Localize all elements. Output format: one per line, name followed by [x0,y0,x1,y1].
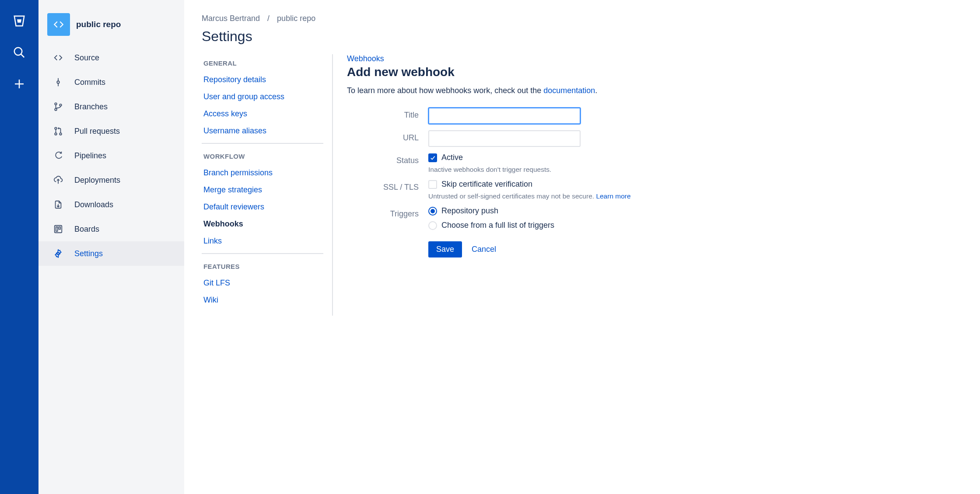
create-icon[interactable] [11,76,27,92]
svg-point-10 [55,127,57,129]
settings-nav: General Repository details User and grou… [202,54,333,316]
radio-repo-push-label: Repository push [441,206,498,216]
sn-merge-strategies[interactable]: Merge strategies [202,181,323,198]
label-triggers: Triggers [347,206,428,219]
radio-repo-push[interactable]: Repository push [428,206,692,216]
status-help: Inactive webhooks don't trigger requests… [428,166,692,174]
save-button[interactable]: Save [428,241,462,257]
sn-username-aliases[interactable]: Username aliases [202,122,323,139]
svg-point-9 [60,104,62,106]
nav-settings[interactable]: Settings [38,241,184,266]
global-rail [0,0,38,494]
input-title[interactable] [428,108,581,124]
radio-full-list[interactable]: Choose from a full list of triggers [428,221,692,230]
sn-user-group-access[interactable]: User and group access [202,88,323,105]
sn-webhooks[interactable]: Webhooks [202,216,323,233]
sn-access-keys[interactable]: Access keys [202,105,323,122]
repo-sidebar: public repo Source Commits Branches Pull… [38,0,184,494]
nav-label: Boards [74,225,99,234]
nav-pipelines[interactable]: Pipelines [38,143,184,168]
sn-default-reviewers[interactable]: Default reviewers [202,198,323,216]
nav-deployments[interactable]: Deployments [38,168,184,192]
label-ssl: SSL / TLS [347,180,428,192]
nav-downloads[interactable]: Downloads [38,192,184,217]
nav-label: Commits [74,78,105,87]
input-url[interactable] [428,130,581,147]
nav-label: Pull requests [74,127,120,136]
svg-point-12 [60,133,62,135]
nav-label: Pipelines [74,151,106,160]
breadcrumb-sep: / [267,14,270,23]
sn-branch-permissions[interactable]: Branch permissions [202,164,323,181]
label-url: URL [347,130,428,143]
svg-rect-16 [56,227,58,231]
svg-point-11 [55,133,57,135]
form-crumb-webhooks[interactable]: Webhooks [347,54,384,63]
ssl-help: Untrusted or self-signed certificates ma… [428,192,692,200]
checkbox-active[interactable] [428,153,437,162]
nav-pull-requests[interactable]: Pull requests [38,119,184,143]
code-icon [47,13,70,36]
svg-point-4 [57,81,60,83]
radio-icon [428,221,437,230]
svg-point-0 [14,48,22,56]
repo-nav: Source Commits Branches Pull requests Pi… [38,45,184,266]
search-icon[interactable] [11,45,27,60]
checkbox-active-label: Active [441,153,463,162]
nav-branches[interactable]: Branches [38,94,184,119]
sn-repository-details[interactable]: Repository details [202,71,323,88]
radio-full-list-label: Choose from a full list of triggers [441,221,554,230]
sn-head-workflow: Workflow [202,147,323,164]
nav-label: Deployments [74,176,120,185]
checkbox-skip-ssl[interactable] [428,180,437,189]
nav-source[interactable]: Source [38,45,184,70]
nav-boards[interactable]: Boards [38,217,184,241]
cancel-button[interactable]: Cancel [472,245,496,254]
checkbox-skip-ssl-label: Skip certificate verification [441,180,532,189]
sn-head-features: Features [202,257,323,275]
radio-icon [428,207,437,216]
sn-wiki[interactable]: Wiki [202,292,323,309]
svg-line-1 [21,54,24,58]
form-desc: To learn more about how webhooks work, c… [347,86,692,95]
page-title: Settings [202,28,962,45]
nav-commits[interactable]: Commits [38,70,184,94]
svg-point-8 [55,108,57,111]
sn-git-lfs[interactable]: Git LFS [202,275,323,292]
nav-label: Settings [74,249,103,258]
webhook-form: Webhooks Add new webhook To learn more a… [333,54,692,316]
main-content: Marcus Bertrand / public repo Settings G… [184,0,980,494]
nav-label: Source [74,53,99,63]
label-status: Status [347,153,428,165]
documentation-link[interactable]: documentation [543,86,595,95]
label-title: Title [347,108,428,120]
nav-label: Branches [74,102,108,111]
svg-rect-17 [59,227,60,230]
svg-point-7 [55,103,57,105]
repo-name: public repo [76,20,121,29]
breadcrumb: Marcus Bertrand / public repo [202,14,962,23]
logo-icon[interactable] [11,13,27,29]
breadcrumb-owner[interactable]: Marcus Bertrand [202,14,260,23]
breadcrumb-repo[interactable]: public repo [277,14,315,23]
sn-links[interactable]: Links [202,233,323,250]
learn-more-link[interactable]: Learn more [596,192,630,200]
sn-head-general: General [202,54,323,71]
form-title: Add new webhook [347,65,692,79]
nav-label: Downloads [74,200,113,209]
repo-header: public repo [38,10,184,45]
